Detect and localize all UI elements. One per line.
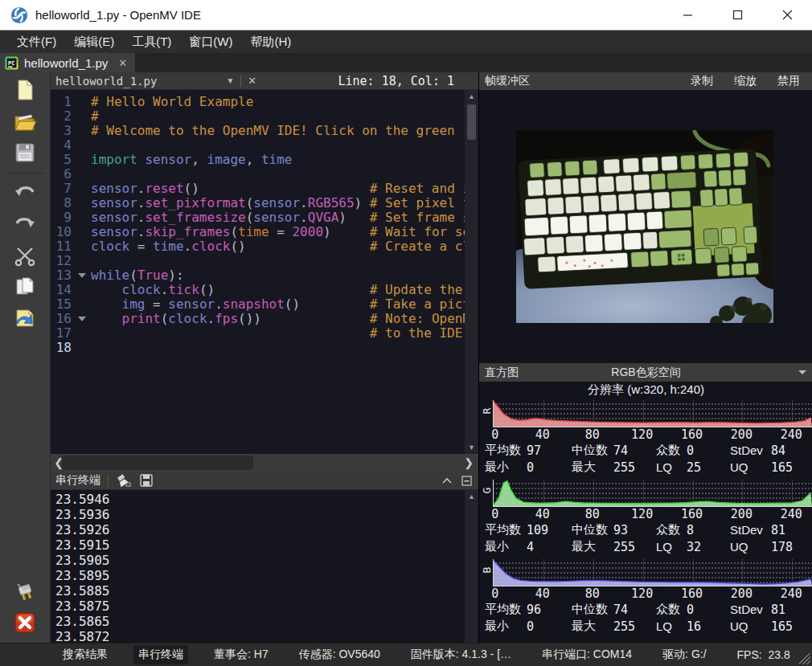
status-item-6[interactable]: 驱动: G:/: [658, 645, 711, 664]
fold-margin: [73, 138, 91, 153]
connect-button[interactable]: [11, 578, 39, 605]
paste-button[interactable]: [11, 304, 39, 332]
disable-button[interactable]: 禁用: [777, 74, 800, 88]
expand-panel-icon[interactable]: [461, 476, 472, 486]
terminal-scrollbar[interactable]: ▲: [465, 490, 478, 643]
tick-label: 120: [631, 427, 653, 442]
menu-item-3[interactable]: 窗口(W): [180, 32, 241, 52]
stat-value: 165: [771, 619, 812, 634]
minimize-button[interactable]: [662, 0, 712, 30]
stat-label: 中位数: [572, 522, 613, 537]
fold-margin[interactable]: [73, 268, 91, 283]
code-line: 7sensor.reset() # Reset and initialize t…: [51, 182, 478, 196]
frame-buffer-header: 帧缓冲区 录制缩放禁用: [479, 72, 812, 90]
code-text: # to the IDE. The FPS should increase on…: [91, 326, 478, 341]
tick-label: 80: [585, 507, 600, 521]
code-text: print(clock.fps()) # Note: OpenMV Cam ru…: [91, 312, 478, 326]
code-line: 1# Hello World Example: [51, 95, 478, 109]
stat-label: 最大: [572, 460, 613, 475]
maximize-button[interactable]: [712, 0, 762, 30]
open-file-button[interactable]: [11, 108, 39, 135]
scroll-up-icon[interactable]: ▲: [465, 490, 478, 503]
stat-label: 中位数: [572, 443, 613, 458]
status-item-7[interactable]: FPS: 23.8: [732, 646, 795, 664]
terminal-line: 23.5885: [51, 583, 478, 599]
line-number: 4: [51, 138, 73, 153]
menu-item-2[interactable]: 工具(T): [123, 32, 180, 52]
menu-item-0[interactable]: 文件(F): [8, 32, 65, 52]
stat-label: 最大: [572, 539, 613, 554]
stop-script-button[interactable]: [11, 609, 39, 636]
terminal-line: 23.5895: [51, 568, 478, 583]
code-text: #: [91, 109, 478, 124]
fold-margin: [73, 297, 91, 312]
code-line: 3# Welcome to the OpenMV IDE! Click on t…: [51, 124, 478, 138]
stat-label: 众数: [656, 602, 687, 617]
fold-arrow-icon[interactable]: [78, 273, 86, 278]
stat-label: LQ: [656, 460, 687, 474]
code-editor[interactable]: 1# Hello World Example2#3# Welcome to th…: [51, 90, 478, 454]
tick-label: 80: [585, 586, 600, 601]
svg-text:PC: PC: [8, 60, 14, 67]
chevron-down-icon[interactable]: [798, 370, 806, 374]
stat-value: 165: [771, 460, 812, 475]
stat-value: 74: [613, 603, 656, 617]
editor-vertical-scrollbar[interactable]: ▲ ▼: [465, 90, 478, 454]
undo-button[interactable]: [11, 179, 39, 206]
editor-horizontal-scrollbar[interactable]: ❮ ❯: [51, 454, 478, 472]
menu-item-4[interactable]: 帮助(H): [241, 32, 300, 52]
save-file-button[interactable]: [11, 139, 39, 166]
editor-close-icon[interactable]: ✕: [248, 75, 256, 87]
code-line: 15 img = sensor.snapshot() # Take a pict…: [51, 297, 478, 312]
cut-button[interactable]: [11, 242, 39, 269]
line-number: 16: [51, 312, 73, 326]
new-file-button[interactable]: [11, 76, 39, 104]
status-item-0[interactable]: 搜索结果: [58, 645, 113, 664]
status-item-4[interactable]: 固件版本: 4.1.3 - […: [406, 645, 516, 664]
status-item-2[interactable]: 董事会: H7: [209, 645, 273, 664]
tab-helloworld[interactable]: PC helloworld_1.py ✕: [0, 53, 135, 72]
fold-margin: [73, 283, 91, 297]
serial-terminal-output[interactable]: 23.594623.593623.592623.591523.590523.58…: [51, 490, 478, 643]
tick-label: 200: [731, 507, 753, 521]
clear-terminal-icon[interactable]: [116, 473, 132, 488]
code-text: [91, 138, 478, 153]
save-log-icon[interactable]: [138, 473, 154, 488]
code-line: 8sensor.set_pixformat(sensor.RGB565) # S…: [51, 196, 478, 210]
colorspace-select[interactable]: RGB色彩空间: [479, 366, 812, 380]
redo-button[interactable]: [11, 210, 39, 238]
stats-row: 最小0最大255LQ25UQ165: [479, 459, 812, 476]
stat-label: StDev: [730, 523, 771, 537]
fold-arrow-icon[interactable]: [78, 317, 86, 321]
hscroll-thumb[interactable]: [62, 456, 253, 470]
scroll-right-icon[interactable]: ❯: [461, 456, 477, 469]
close-button[interactable]: [762, 0, 812, 30]
status-item-5[interactable]: 串行端口: COM14: [537, 645, 637, 664]
tab-close-icon[interactable]: ✕: [118, 57, 127, 69]
copy-button[interactable]: [11, 273, 39, 300]
keyboard-in-image: [518, 149, 762, 289]
scroll-down-icon[interactable]: ▼: [465, 441, 478, 454]
code-line: 14 clock.tick() # Update the FPS clock.: [51, 283, 478, 297]
chevron-down-icon[interactable]: ▼: [226, 76, 234, 85]
fold-margin[interactable]: [73, 312, 91, 326]
x-axis-ticks: 04080120160200240: [493, 507, 811, 521]
openmv-logo-icon: [10, 6, 28, 24]
stat-label: 最小: [485, 460, 527, 475]
status-item-3[interactable]: 传感器: OV5640: [294, 645, 385, 664]
editor-header: helloworld_1.py ▼ ✕ Line: 18, Col: 1: [51, 72, 478, 90]
menu-bar: 文件(F)编辑(E)工具(T)窗口(W)帮助(H): [0, 31, 812, 53]
record-button[interactable]: 录制: [691, 74, 713, 88]
channel-label-G: G: [481, 485, 493, 496]
stats-row: 平均数97中位数74众数0StDev84: [479, 442, 812, 459]
resize-grip[interactable]: [799, 653, 810, 664]
collapse-panel-icon[interactable]: [442, 477, 452, 484]
code-text: [91, 167, 478, 182]
zoom-button[interactable]: 缩放: [734, 74, 757, 88]
open-file-selector[interactable]: helloworld_1.py: [55, 75, 157, 88]
menu-item-1[interactable]: 编辑(E): [65, 32, 123, 52]
line-number: 18: [51, 341, 73, 355]
status-item-1[interactable]: 串行终端: [133, 645, 188, 664]
stat-label: 最小: [485, 539, 527, 554]
scroll-up-icon[interactable]: ▲: [465, 90, 478, 103]
